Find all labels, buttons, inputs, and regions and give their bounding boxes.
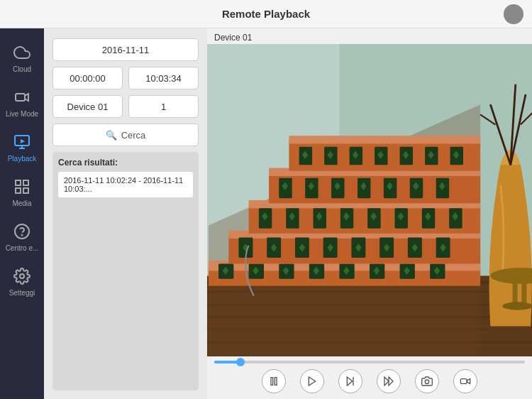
svg-point-5 (20, 274, 24, 278)
sidebar-item-centro[interactable]: Centro e... (0, 214, 44, 259)
sidebar: Cloud Live Mode Playback (0, 28, 44, 399)
timeline-thumb[interactable] (236, 358, 245, 366)
device-selector[interactable]: Device 01 (52, 95, 123, 118)
video-area (207, 44, 532, 356)
page-title: Remote Playback (222, 8, 310, 20)
result-item[interactable]: 2016-11-11 10:02:24 - 2016-11-11 10:03:.… (58, 172, 193, 197)
results-label: Cerca risultati: (58, 158, 193, 168)
search-label: Cerca (121, 130, 146, 141)
timeline-bar[interactable] (214, 361, 525, 364)
sidebar-item-cloud[interactable]: Cloud (0, 35, 44, 80)
controls-panel: 2016-11-11 00:00:00 10:03:34 Device 01 1… (44, 28, 207, 399)
svg-marker-114 (309, 377, 315, 386)
results-panel: Cerca risultati: 2016-11-11 10:02:24 - 2… (52, 152, 199, 390)
sidebar-item-setteggi[interactable]: Setteggi (0, 259, 44, 304)
sidebar-item-media-label: Media (12, 200, 31, 207)
pause-button[interactable] (262, 369, 286, 393)
time-row: 00:00:00 10:03:34 (52, 67, 199, 89)
help-icon (12, 222, 32, 241)
search-icon: 🔍 (106, 130, 117, 141)
svg-point-111 (502, 302, 532, 310)
video-panel: Device 01 (207, 28, 532, 399)
sidebar-item-centro-label: Centro e... (6, 244, 39, 252)
sidebar-item-cloud-label: Cloud (13, 65, 31, 73)
settings-icon (12, 266, 32, 286)
video-device-label: Device 01 (207, 28, 532, 44)
svg-rect-120 (460, 379, 467, 384)
svg-rect-0 (16, 94, 25, 101)
top-bar: Remote Playback (0, 0, 532, 28)
playback-controls (207, 356, 532, 399)
fast-forward-button[interactable] (377, 369, 401, 393)
playback-icon (12, 132, 32, 152)
svg-point-119 (425, 380, 428, 383)
sidebar-item-live-mode[interactable]: Live Mode (0, 80, 44, 125)
controls-row (214, 369, 525, 393)
play-button[interactable] (300, 369, 324, 393)
svg-rect-112 (271, 378, 273, 386)
camera-indicator (504, 4, 523, 24)
sidebar-item-setteggi-label: Setteggi (9, 289, 35, 297)
svg-rect-87 (289, 136, 480, 143)
svg-marker-2 (21, 139, 25, 143)
svg-point-4 (22, 235, 23, 236)
sidebar-item-live-label: Live Mode (6, 110, 38, 118)
svg-rect-110 (521, 275, 526, 306)
svg-rect-52 (249, 205, 480, 234)
device-row: Device 01 1 (52, 95, 199, 118)
screenshot-button[interactable] (415, 369, 439, 393)
right-panel: 2016-11-11 00:00:00 10:03:34 Device 01 1… (44, 28, 532, 399)
step-forward-button[interactable] (338, 369, 362, 393)
camera-live-icon (12, 87, 32, 107)
main-area: Cloud Live Mode Playback (0, 28, 532, 399)
svg-marker-115 (347, 377, 352, 386)
search-button[interactable]: 🔍 Cerca (52, 124, 199, 146)
media-icon (12, 177, 32, 197)
sidebar-item-playback-label: Playback (8, 155, 37, 163)
record-button[interactable] (453, 369, 477, 393)
svg-rect-113 (275, 378, 277, 386)
sidebar-item-playback[interactable]: Playback (0, 125, 44, 170)
svg-marker-121 (467, 379, 470, 384)
svg-rect-109 (513, 275, 518, 306)
time-end[interactable]: 10:03:34 (128, 67, 199, 89)
cloud-icon (12, 43, 32, 62)
date-picker[interactable]: 2016-11-11 (52, 38, 199, 61)
svg-marker-117 (384, 377, 389, 386)
channel-selector[interactable]: 1 (128, 95, 199, 118)
time-start[interactable]: 00:00:00 (52, 67, 123, 89)
sidebar-item-media[interactable]: Media (0, 170, 44, 214)
